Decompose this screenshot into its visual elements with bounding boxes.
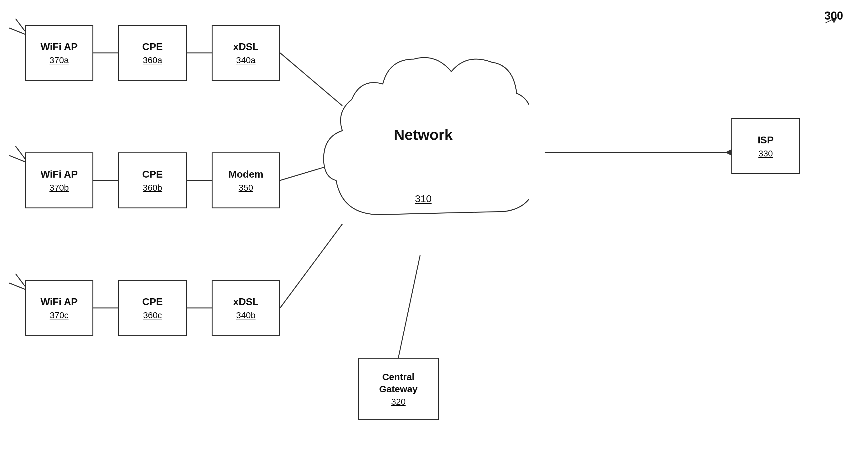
diagram-number: 300 [825, 9, 843, 23]
wifi-ap-c-id: 370c [50, 310, 69, 320]
isp-box: ISP 330 [732, 118, 800, 174]
modem-id: 350 [239, 183, 253, 193]
modem-label: Modem [228, 168, 263, 181]
xdsl-a-id: 340a [236, 55, 255, 65]
isp-id: 330 [758, 149, 773, 159]
xdsl-b-box: xDSL 340b [212, 280, 280, 336]
xdsl-b-id: 340b [236, 310, 255, 320]
wifi-ap-b-box: WiFi AP 370b [25, 153, 93, 208]
cpe-a-label: CPE [142, 40, 163, 54]
cpe-b-label: CPE [142, 168, 163, 181]
wifi-ap-a-box: WiFi AP 370a [25, 25, 93, 81]
wifi-ap-b-id: 370b [50, 183, 69, 193]
wifi-ap-b-label: WiFi AP [40, 168, 78, 181]
cpe-c-label: CPE [142, 296, 163, 308]
wifi-ap-c-label: WiFi AP [40, 296, 78, 308]
xdsl-a-label: xDSL [233, 40, 259, 54]
cpe-b-id: 360b [143, 183, 162, 193]
central-gateway-label: Central Gateway [379, 371, 417, 395]
cpe-c-id: 360c [143, 310, 162, 320]
modem-box: Modem 350 [212, 153, 280, 208]
xdsl-a-box: xDSL 340a [212, 25, 280, 81]
cpe-b-box: CPE 360b [118, 153, 187, 208]
central-gateway-id: 320 [391, 397, 406, 407]
wifi-ap-a-label: WiFi AP [40, 40, 78, 54]
cpe-c-box: CPE 360c [118, 280, 187, 336]
wifi-ap-a-id: 370a [50, 55, 69, 65]
central-gateway-box: Central Gateway 320 [358, 358, 439, 420]
cpe-a-id: 360a [143, 55, 162, 65]
xdsl-b-label: xDSL [233, 296, 259, 308]
wifi-ap-c-box: WiFi AP 370c [25, 280, 93, 336]
isp-label: ISP [757, 134, 774, 147]
cpe-a-box: CPE 360a [118, 25, 187, 81]
